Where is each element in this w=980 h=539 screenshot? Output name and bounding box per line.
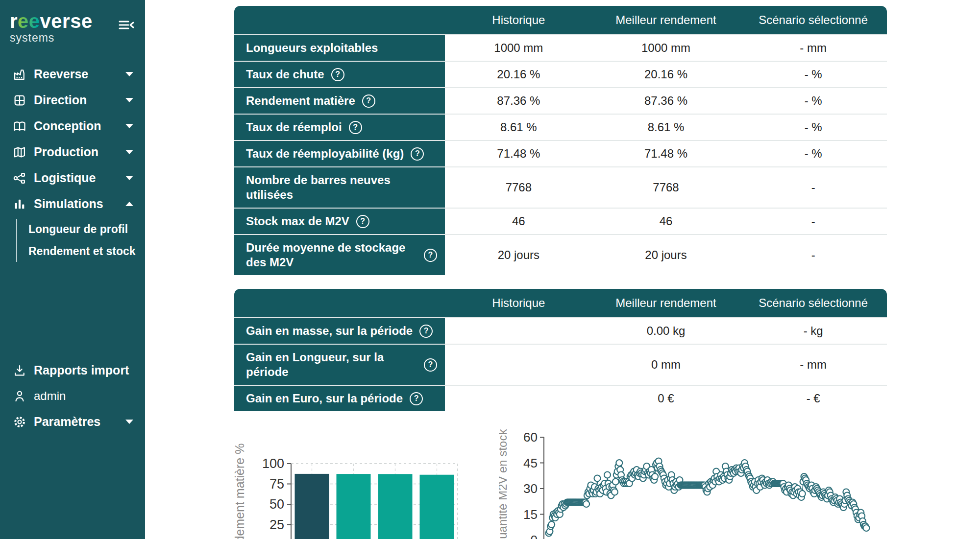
column-header: Historique	[445, 296, 592, 310]
row-label: Rendement matière?	[234, 87, 445, 114]
row-label-text: Taux de réemploi	[246, 120, 342, 135]
cell-value: 87.36 %	[445, 87, 592, 114]
row-label-text: Gain en masse, sur la période	[246, 324, 413, 338]
chart-icon	[13, 197, 26, 211]
cell-value: 7768	[445, 166, 592, 208]
cell-value: -	[739, 166, 887, 208]
cell-value: 46	[445, 208, 592, 234]
app-logo[interactable]: reeverse systems	[10, 11, 93, 45]
help-icon[interactable]: ?	[424, 249, 437, 262]
row-label-text: Rendement matière	[246, 94, 355, 108]
sidebar-item-label: Paramètres	[34, 415, 100, 429]
cell-value: 8.61 %	[592, 114, 740, 140]
table-row: Nombre de barres neuves utilisées7768776…	[234, 166, 887, 208]
row-label: Gain en Euro, sur la période?	[234, 385, 445, 411]
help-icon[interactable]: ?	[424, 358, 437, 372]
table-row: Longueurs exploitables1000 mm1000 mm- mm	[234, 34, 887, 61]
gear-icon	[13, 415, 26, 429]
kpi-comparison-table: HistoriqueMeilleur rendementScénario sél…	[234, 6, 887, 275]
sidebar-item-conception[interactable]: Conception	[0, 113, 145, 139]
logo-subtitle: systems	[10, 31, 93, 45]
cell-value: 1000 mm	[445, 34, 592, 61]
cell-value: 0.00 kg	[592, 317, 740, 344]
bar-1500	[378, 474, 413, 539]
chevron-down-icon	[125, 72, 133, 76]
cell-value: 71.48 %	[445, 140, 592, 166]
cell-value: -	[739, 234, 887, 275]
sidebar-item-reeverse[interactable]: Reeverse	[0, 61, 145, 87]
row-label-text: Taux de réemployabilité (kg)	[246, 146, 404, 161]
svg-text:15: 15	[523, 507, 538, 522]
table-row: Rendement matière?87.36 %87.36 %- %	[234, 87, 887, 114]
sidebar-subitem-longueur-de-profil[interactable]: Longueur de profil	[28, 219, 145, 240]
chevron-down-icon	[125, 420, 133, 424]
network-icon	[13, 171, 26, 185]
column-header: Meilleur rendement	[592, 296, 740, 310]
table-row: Taux de réemployabilité (kg)?71.48 %71.4…	[234, 140, 887, 166]
help-icon[interactable]: ?	[331, 68, 344, 81]
svg-text:Quantité M2V en stock: Quantité M2V en stock	[499, 429, 509, 539]
sidebar-bottom-nav: Rapports importadminParamètres	[0, 357, 145, 435]
svg-text:100: 100	[262, 456, 284, 471]
sidebar-subitem-rendement-et-stock[interactable]: Rendement et stock	[28, 241, 145, 262]
cell-value: - mm	[739, 344, 887, 385]
sidebar-item-direction[interactable]: Direction	[0, 87, 145, 113]
svg-text:30: 30	[523, 481, 538, 496]
table-header-row: HistoriqueMeilleur rendementScénario sél…	[234, 6, 887, 34]
svg-text:25: 25	[270, 517, 284, 532]
cell-value: - %	[739, 114, 887, 140]
cell-value: - kg	[739, 317, 887, 344]
cell-value: 46	[592, 208, 740, 234]
svg-text:75: 75	[270, 477, 284, 492]
table-header-row: HistoriqueMeilleur rendementScénario sél…	[234, 289, 887, 317]
sidebar-item-label: Direction	[34, 93, 87, 107]
help-icon[interactable]: ?	[356, 215, 369, 228]
help-icon[interactable]: ?	[410, 392, 423, 405]
help-icon[interactable]: ?	[411, 147, 424, 161]
cell-value: 20 jours	[592, 234, 740, 275]
help-icon[interactable]: ?	[419, 325, 433, 338]
stock-scatter-chart: 01530456015/0722/0829/0906/1114/1221/012…	[499, 428, 881, 539]
chevron-down-icon	[125, 98, 133, 102]
chevron-up-icon	[125, 202, 133, 206]
bar-2000	[420, 475, 454, 539]
cell-value: 8.61 %	[445, 114, 592, 140]
cell-value: 20.16 %	[445, 61, 592, 87]
sidebar-item-rapports[interactable]: Rapports import	[0, 357, 145, 383]
factory-icon	[13, 68, 26, 81]
row-label-text: Stock max de M2V	[246, 214, 349, 229]
sidebar-item-label: Conception	[34, 119, 101, 133]
sidebar-item-label: Simulations	[34, 197, 103, 211]
chevron-down-icon	[125, 150, 133, 154]
sidebar-nav: ReeverseDirectionConceptionProductionLog…	[0, 61, 145, 267]
logo-ee-glyph: ee	[18, 10, 40, 32]
help-icon[interactable]: ?	[349, 121, 362, 134]
row-label: Longueurs exploitables	[234, 34, 445, 61]
sidebar-item-parametres[interactable]: Paramètres	[0, 409, 145, 435]
cell-value: 1000 mm	[592, 34, 740, 61]
column-header: Historique	[445, 13, 592, 27]
sidebar-item-production[interactable]: Production	[0, 139, 145, 165]
row-label: Gain en masse, sur la période?	[234, 317, 445, 344]
collapse-sidebar-icon[interactable]	[118, 18, 135, 34]
table-row: Taux de chute?20.16 %20.16 %- %	[234, 61, 887, 87]
cell-value: 71.48 %	[592, 140, 740, 166]
row-label-text: Gain en Euro, sur la période	[246, 391, 403, 406]
sidebar-item-admin[interactable]: admin	[0, 383, 145, 409]
help-icon[interactable]: ?	[362, 94, 375, 108]
cell-value: - %	[739, 61, 887, 87]
map-icon	[13, 145, 26, 159]
sidebar-item-simulations[interactable]: Simulations	[0, 191, 145, 217]
sidebar-item-label: Logistique	[34, 171, 96, 185]
gains-comparison-table: HistoriqueMeilleur rendementScénario sél…	[234, 289, 887, 411]
row-label: Stock max de M2V?	[234, 208, 445, 234]
table-row: Stock max de M2V?4646-	[234, 208, 887, 234]
cell-value: 87.36 %	[592, 87, 740, 114]
svg-text:50: 50	[270, 497, 284, 512]
row-label-text: Longueurs exploitables	[246, 41, 378, 55]
bar-1000	[295, 474, 329, 539]
cell-value: -	[739, 208, 887, 234]
cell-value: 7768	[592, 166, 740, 208]
sidebar-item-logistique[interactable]: Logistique	[0, 165, 145, 191]
column-header: Scénario sélectionné	[739, 296, 887, 310]
